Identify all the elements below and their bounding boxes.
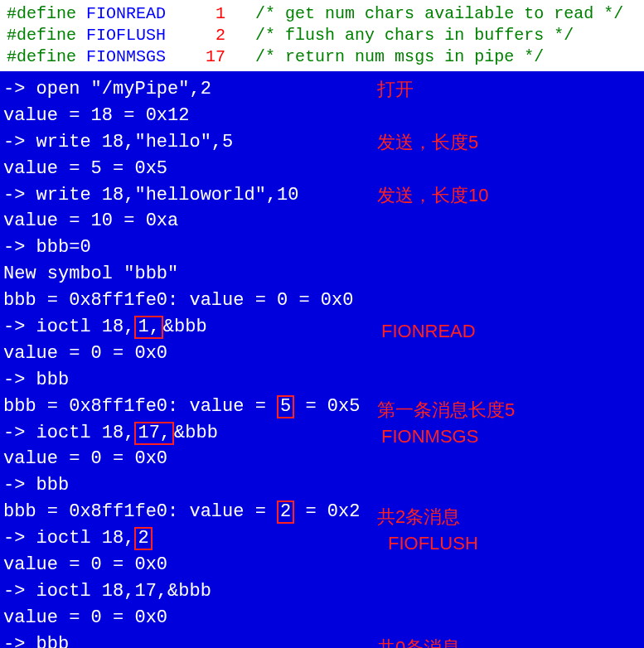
annotation-label: 共2条消息 (377, 504, 460, 530)
line-pre: bbb = 0x8ff1fe0: value = (3, 396, 277, 417)
comment: /* get num chars available to read */ (255, 4, 623, 23)
define-line-2: #define FIOFLUSH 2 /* flush any chars in… (7, 25, 637, 46)
line-post: = 0x2 (294, 501, 360, 522)
terminal-line: -> bbb (3, 472, 641, 499)
directive: #define (7, 4, 76, 23)
code-header: #define FIONREAD 1 /* get num chars avai… (0, 0, 644, 71)
macro-name: FIONREAD (86, 4, 166, 23)
terminal-output: -> open "/myPipe",2value = 18 = 0x12-> w… (0, 71, 644, 648)
terminal-line: -> bbb (3, 631, 641, 648)
macro-value: 2 (215, 26, 225, 45)
highlighted-value: 2 (277, 501, 294, 524)
annotation-label: 第一条消息长度5 (377, 397, 515, 423)
line-pre: -> ioctl 18, (3, 528, 134, 549)
macro-name: FIOFLUSH (86, 26, 166, 45)
directive: #define (7, 47, 76, 66)
terminal-line: -> ioctl 18,17,&bbb (3, 578, 641, 605)
annotation-label: 发送，长度5 (377, 129, 478, 156)
terminal-line: -> bbb=0 (3, 235, 641, 261)
highlighted-value: 1, (134, 316, 162, 339)
terminal-line: -> write 18,"helloworld",10 (3, 182, 641, 209)
terminal-line: -> ioctl 18,2 (3, 525, 641, 552)
macro-value: 1 (215, 4, 225, 23)
terminal-line: bbb = 0x8ff1fe0: value = 0 = 0x0 (3, 288, 641, 314)
terminal-line: value = 0 = 0x0 (3, 341, 641, 367)
line-post: &bbb (174, 423, 218, 443)
annotation-label: 打开 (377, 76, 414, 103)
line-post: &bbb (163, 317, 207, 337)
comment: /* return num msgs in pipe */ (255, 47, 544, 66)
terminal-line: value = 0 = 0x0 (3, 446, 641, 472)
define-line-3: #define FIONMSGS 17 /* return num msgs i… (7, 46, 637, 68)
line-post: = 0x5 (294, 396, 360, 417)
terminal-line: bbb = 0x8ff1fe0: value = 2 = 0x2 (3, 499, 641, 525)
terminal-line: New symbol "bbb" (3, 261, 641, 288)
macro-value: 17 (206, 47, 225, 66)
annotation-label: 发送，长度10 (377, 182, 488, 209)
annotation-label: 共0条消息 (377, 635, 460, 648)
define-line-1: #define FIONREAD 1 /* get num chars avai… (7, 3, 637, 25)
highlighted-value: 5 (277, 395, 294, 418)
annotation-label: FIONMSGS (381, 423, 478, 450)
terminal-line: -> open "/myPipe",2 (3, 76, 641, 103)
terminal-line: -> write 18,"hello",5 (3, 129, 641, 156)
terminal-line: value = 0 = 0x0 (3, 552, 641, 578)
terminal-line: -> ioctl 18,17,&bbb (3, 420, 641, 447)
terminal-line: value = 0 = 0x0 (3, 605, 641, 631)
terminal-line: -> ioctl 18,1,&bbb (3, 314, 641, 341)
terminal-line: bbb = 0x8ff1fe0: value = 5 = 0x5 (3, 394, 641, 420)
comment: /* flush any chars in buffers */ (255, 26, 574, 45)
annotation-label: FIOFLUSH (388, 530, 478, 557)
directive: #define (7, 26, 76, 45)
terminal-line: value = 5 = 0x5 (3, 156, 641, 182)
annotation-label: FIONREAD (381, 318, 476, 345)
terminal-line: value = 18 = 0x12 (3, 103, 641, 129)
macro-name: FIONMSGS (86, 47, 166, 66)
line-pre: -> ioctl 18, (3, 317, 134, 337)
terminal-line: -> bbb (3, 367, 641, 394)
line-pre: bbb = 0x8ff1fe0: value = (3, 501, 277, 522)
highlighted-value: 17, (134, 422, 174, 445)
terminal-line: value = 10 = 0xa (3, 208, 641, 235)
line-pre: -> ioctl 18, (3, 423, 134, 443)
highlighted-value: 2 (134, 527, 152, 550)
